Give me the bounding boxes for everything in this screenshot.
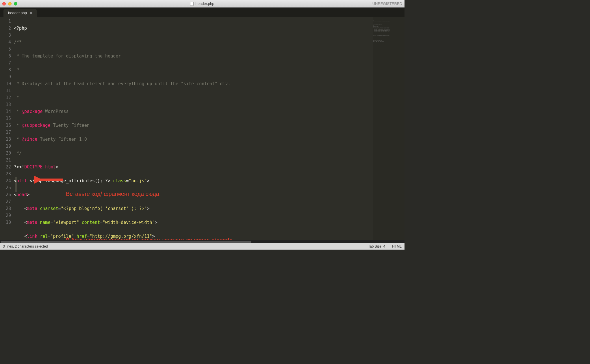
line-number: 20 <box>0 150 11 157</box>
code-line: */ <box>14 150 373 157</box>
line-number: 11 <box>0 87 11 94</box>
line-number: 28 <box>0 205 11 212</box>
file-icon <box>190 2 194 6</box>
window-title-text: header.php <box>195 1 214 6</box>
line-number: 5 <box>0 46 11 53</box>
minimize-icon[interactable] <box>8 2 12 5</box>
status-syntax[interactable]: HTML <box>392 244 402 248</box>
code-line: * @package WordPress <box>14 108 373 115</box>
line-number: 4 <box>0 39 11 46</box>
line-number: 27 <box>0 198 11 205</box>
line-number: 24 <box>0 177 11 184</box>
code-line: <html <?php language_attributes(); ?> cl… <box>14 177 373 184</box>
code-line: * @subpackage Twenty_Fifteen <box>14 122 373 129</box>
code-line: <link rel="profile" href="http://gmpg.or… <box>14 233 373 240</box>
window-controls <box>2 2 17 5</box>
line-number: 30 <box>0 219 11 226</box>
line-number: 18 <box>0 136 11 143</box>
code-line: * <box>14 94 373 101</box>
line-number: 19 <box>0 143 11 150</box>
line-number: 26 <box>0 191 11 198</box>
code-line: * @since Twenty Fifteen 1.0 <box>14 136 373 143</box>
code-line: <meta name="viewport" content="width=dev… <box>14 219 373 226</box>
line-number: 13 <box>0 101 11 108</box>
line-number: 9 <box>0 73 11 80</box>
minimap-content: <?php /** * The template for displaying … <box>373 17 404 42</box>
line-number: 22 <box>0 164 11 170</box>
code-line: ?><!DOCTYPE html> <box>14 164 373 170</box>
status-bar: 3 lines, 2 characters selected Tab Size:… <box>0 243 405 250</box>
horizontal-scrollbar[interactable] <box>0 240 405 243</box>
line-number: 2 <box>0 25 11 32</box>
line-number: 14 <box>0 108 11 115</box>
line-number: 7 <box>0 60 11 66</box>
tab-label: header.php <box>8 11 27 15</box>
line-number: 23 <box>0 170 11 177</box>
line-number: 12 <box>0 94 11 101</box>
close-icon[interactable] <box>2 2 6 5</box>
line-number: 15 <box>0 115 11 122</box>
tab-dirty-icon <box>30 12 32 14</box>
code-area[interactable]: <?php /** * The template for displaying … <box>14 17 373 240</box>
line-number: 3 <box>0 32 11 39</box>
code-line: <?php <box>14 25 373 32</box>
line-number: 6 <box>0 53 11 60</box>
unregistered-label: UNREGISTERED <box>372 1 402 6</box>
line-number: 17 <box>0 129 11 136</box>
line-number: 21 <box>0 157 11 164</box>
code-line: * Displays all of the head element and e… <box>14 80 373 87</box>
line-number: 29 <box>0 212 11 219</box>
code-line: * The template for displaying the header <box>14 53 373 60</box>
scrollbar-thumb[interactable] <box>1 241 251 243</box>
line-number: 1 <box>0 18 11 25</box>
code-line: <meta charset="<?php bloginfo( 'charset'… <box>14 205 373 212</box>
status-selection: 3 lines, 2 characters selected <box>3 244 361 248</box>
minimap[interactable]: <?php /** * The template for displaying … <box>373 17 405 240</box>
window-title: header.php <box>0 1 405 6</box>
line-number: 8 <box>0 66 11 73</box>
code-line: * <box>14 66 373 73</box>
tab-header-php[interactable]: header.php <box>3 9 37 17</box>
maximize-icon[interactable] <box>14 2 17 5</box>
editor[interactable]: 1 2 3 4 5 6 7 8 9 10 11 12 13 14 15 16 1… <box>0 17 405 240</box>
code-line: /** <box>14 39 373 46</box>
line-number: 25 <box>0 184 11 191</box>
tab-bar: header.php <box>0 8 405 17</box>
line-number: 16 <box>0 122 11 129</box>
titlebar: header.php UNREGISTERED <box>0 0 405 8</box>
code-line: <head> <box>14 191 373 198</box>
status-tab-size[interactable]: Tab Size: 4 <box>368 244 385 248</box>
line-gutter: 1 2 3 4 5 6 7 8 9 10 11 12 13 14 15 16 1… <box>0 17 14 240</box>
line-number: 10 <box>0 80 11 87</box>
